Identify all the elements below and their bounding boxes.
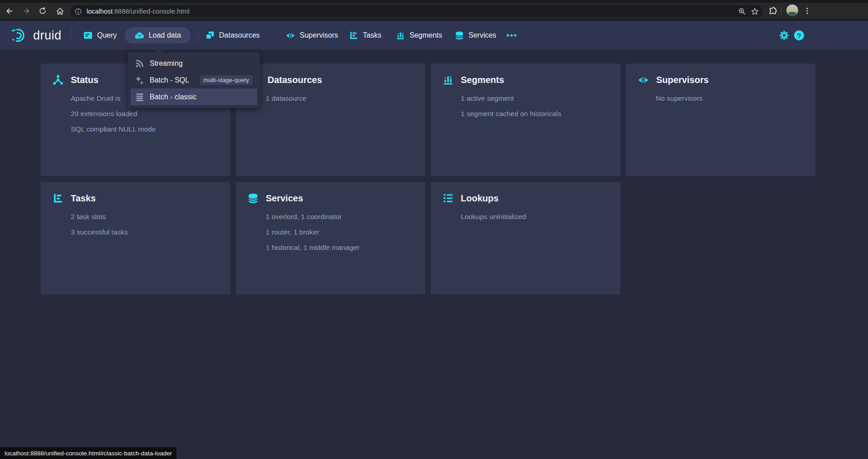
forward-button[interactable] bbox=[19, 4, 34, 18]
druid-brand[interactable]: druid bbox=[11, 21, 62, 50]
console-icon bbox=[83, 31, 93, 40]
nav-divider bbox=[71, 29, 71, 42]
home-icon bbox=[56, 7, 64, 15]
bookmark-star-icon[interactable] bbox=[751, 7, 759, 16]
nav-item-services[interactable]: Services bbox=[449, 21, 502, 50]
card-title: Services bbox=[266, 193, 303, 204]
gantt-icon bbox=[53, 193, 63, 204]
properties-icon bbox=[443, 193, 454, 204]
nav-item-query[interactable]: Query bbox=[77, 21, 123, 50]
reload-button[interactable] bbox=[35, 4, 50, 18]
list-icon bbox=[135, 93, 144, 102]
bar-chart-icon bbox=[443, 74, 454, 85]
kebab-menu-icon bbox=[803, 7, 811, 15]
menu-item-batch-classic[interactable]: Batch - classic bbox=[131, 88, 257, 105]
link-preview-statusbar: localhost:8888/unified-console.html#clas… bbox=[0, 447, 176, 459]
card-title: Status bbox=[71, 75, 98, 85]
status-line: SQL compliant NULL mode bbox=[71, 122, 223, 137]
reload-icon bbox=[39, 7, 47, 15]
database-icon bbox=[248, 193, 258, 204]
sparkles-icon bbox=[135, 76, 144, 85]
nav-label: Datasources bbox=[219, 31, 260, 39]
forward-icon bbox=[22, 7, 31, 15]
lookups-line: Lookups uninitialized bbox=[461, 209, 613, 225]
card-title: Lookups bbox=[461, 193, 498, 204]
segments-line: 1 segment cached on historicals bbox=[461, 106, 613, 122]
nav-label: Load data bbox=[149, 31, 181, 39]
nav-item-segments[interactable]: Segments bbox=[390, 21, 449, 50]
nav-item-supervisors[interactable]: Supervisors bbox=[279, 21, 344, 50]
back-icon bbox=[5, 7, 14, 15]
puzzle-icon bbox=[769, 7, 777, 15]
datasources-line: 1 datasource bbox=[266, 91, 418, 106]
profile-avatar[interactable] bbox=[786, 5, 798, 16]
services-line: 1 overlord, 1 coordinator bbox=[266, 209, 418, 225]
supervisors-line: No supervisors bbox=[656, 91, 808, 106]
nav-item-datasources[interactable]: Datasources bbox=[199, 21, 266, 50]
menu-item-streaming[interactable]: Streaming bbox=[131, 55, 257, 72]
nav-label: Tasks bbox=[363, 31, 381, 39]
nav-label: Segments bbox=[410, 31, 442, 39]
avatar-face bbox=[790, 6, 795, 12]
back-button[interactable] bbox=[2, 4, 16, 18]
toolbar-separator bbox=[781, 7, 781, 15]
nav-more-button[interactable] bbox=[501, 21, 522, 50]
settings-button[interactable] bbox=[779, 30, 789, 40]
url-text: localhost:8888/unified-console.html bbox=[87, 8, 190, 15]
services-line: 1 historical, 1 middle manager bbox=[266, 240, 418, 255]
druid-logo-icon bbox=[11, 27, 28, 44]
tasks-line: 3 successful tasks bbox=[71, 225, 223, 240]
database-icon bbox=[455, 31, 464, 40]
eye-icon bbox=[638, 74, 649, 86]
lookups-card[interactable]: Lookups Lookups uninitialized bbox=[431, 182, 620, 294]
card-title: Datasources bbox=[268, 75, 322, 85]
cloud-upload-icon bbox=[135, 31, 144, 40]
help-button[interactable]: ? bbox=[794, 30, 804, 40]
browser-toolbar: localhost:8888/unified-console.html bbox=[0, 0, 868, 21]
menu-item-batch-sql[interactable]: Batch - SQL multi-stage-query bbox=[131, 72, 257, 88]
nav-label: Query bbox=[97, 31, 117, 39]
services-line: 1 router, 1 broker bbox=[266, 225, 418, 240]
bar-chart-icon bbox=[396, 31, 405, 40]
zoom-icon[interactable] bbox=[738, 7, 746, 15]
url-host: localhost bbox=[87, 8, 112, 15]
graph-icon bbox=[53, 74, 63, 85]
help-icon: ? bbox=[794, 30, 804, 40]
url-path: :8888/unified-console.html bbox=[112, 8, 189, 15]
datasources-card[interactable]: Datasources 1 datasource bbox=[236, 63, 425, 176]
gantt-icon bbox=[349, 31, 358, 40]
supervisors-card[interactable]: Supervisors No supervisors bbox=[626, 63, 815, 176]
multi-stage-query-badge: multi-stage-query bbox=[200, 75, 253, 85]
tasks-card[interactable]: Tasks 2 task slots 3 successful tasks bbox=[41, 182, 230, 294]
status-line: 20 extensions loaded bbox=[71, 106, 223, 122]
avatar-body bbox=[788, 12, 797, 16]
tasks-line: 2 task slots bbox=[71, 209, 223, 225]
stacked-panels-icon bbox=[205, 31, 215, 40]
extensions-button[interactable] bbox=[766, 4, 780, 18]
info-icon[interactable] bbox=[74, 8, 82, 15]
load-data-menu: Streaming Batch - SQL multi-stage-query … bbox=[128, 52, 260, 108]
card-title: Tasks bbox=[71, 193, 96, 204]
nav-divider bbox=[198, 29, 199, 42]
feed-icon bbox=[135, 59, 144, 68]
nav-label: Services bbox=[468, 31, 496, 39]
screen: localhost:8888/unified-console.html bbox=[0, 0, 868, 459]
home-button[interactable] bbox=[53, 4, 67, 18]
nav-label: Supervisors bbox=[300, 31, 338, 39]
nav-item-tasks[interactable]: Tasks bbox=[343, 21, 388, 50]
more-dots-icon bbox=[506, 34, 517, 37]
menu-label: Batch - classic bbox=[150, 93, 196, 101]
browser-menu-button[interactable] bbox=[800, 4, 814, 18]
segments-line: 1 active segment bbox=[461, 91, 613, 106]
nav-item-load-data[interactable]: Load data bbox=[125, 27, 191, 44]
eye-icon bbox=[286, 31, 295, 40]
segments-card[interactable]: Segments 1 active segment 1 segment cach… bbox=[431, 63, 620, 176]
menu-label: Batch - SQL bbox=[150, 76, 189, 84]
brand-name: druid bbox=[33, 29, 62, 43]
url-bar[interactable]: localhost:8888/unified-console.html bbox=[70, 5, 763, 18]
menu-label: Streaming bbox=[150, 59, 183, 68]
services-card[interactable]: Services 1 overlord, 1 coordinator 1 rou… bbox=[236, 182, 425, 294]
card-title: Supervisors bbox=[656, 75, 709, 85]
card-title: Segments bbox=[461, 75, 504, 85]
gear-icon bbox=[779, 30, 789, 40]
